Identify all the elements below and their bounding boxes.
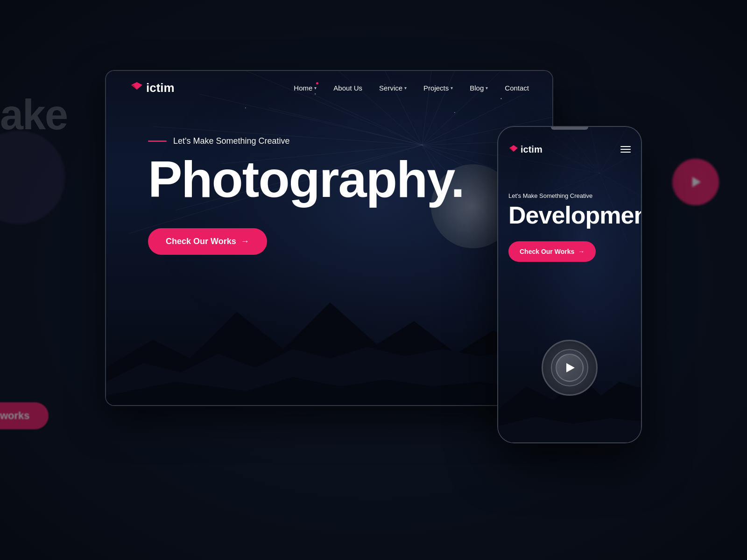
mobile-hero-title: Development. [508, 203, 631, 227]
nav-item-service[interactable]: Service ▾ [379, 84, 407, 92]
mobile-logo-icon [508, 144, 519, 154]
desktop-cta-arrow: → [241, 237, 249, 246]
home-chevron: ▾ [314, 85, 317, 91]
bg-play-icon [672, 159, 719, 205]
desktop-logo-text: ictim [146, 81, 175, 95]
mobile-logo-text: ictim [521, 144, 543, 155]
hamburger-line-3 [620, 152, 631, 153]
svg-point-23 [245, 107, 246, 108]
projects-chevron: ▾ [451, 85, 453, 91]
desktop-cta-button[interactable]: Check Our Works → [148, 228, 267, 255]
mobile-cta-button[interactable]: Check Our Works → [508, 241, 596, 262]
nav-item-blog[interactable]: Blog ▾ [470, 84, 488, 92]
nav-item-contact[interactable]: Contact [505, 84, 529, 92]
desktop-tagline-line [148, 140, 167, 142]
nav-item-home[interactable]: Home ▾ [294, 84, 317, 92]
desktop-mockup: ictim Home ▾ About Us Service ▾ Projects… [105, 70, 553, 406]
mobile-play-button-container [542, 340, 598, 396]
blog-chevron: ▾ [486, 85, 488, 91]
mobile-navbar: ictim [498, 136, 641, 162]
mobile-tagline-text: Let's Make Something Creative [508, 192, 631, 199]
desktop-cta-label: Check Our Works [166, 237, 236, 246]
desktop-hero-title: Photography. [148, 154, 464, 205]
play-outer-ring [542, 340, 598, 396]
mobile-logo[interactable]: ictim [508, 144, 543, 155]
desktop-logo[interactable]: ictim [129, 80, 175, 95]
mobile-hero-content: Let's Make Something Creative Developmen… [508, 192, 631, 262]
desktop-hero-content: Let's Make Something Creative Photograph… [148, 136, 464, 255]
play-inner-ring [551, 349, 588, 386]
desktop-tagline-text: Let's Make Something Creative [173, 136, 290, 146]
mobile-notch [551, 127, 588, 130]
main-container: ictim Home ▾ About Us Service ▾ Projects… [105, 70, 642, 490]
desktop-logo-icon [129, 80, 144, 95]
nav-item-about[interactable]: About Us [333, 84, 362, 92]
mobile-hamburger-button[interactable] [620, 146, 631, 153]
service-chevron: ▾ [404, 85, 407, 91]
mobile-cta-label: Check Our Works [520, 248, 574, 255]
hamburger-line-1 [620, 146, 631, 147]
desktop-navbar: ictim Home ▾ About Us Service ▾ Projects… [106, 71, 552, 105]
bg-button-works: works [0, 402, 49, 429]
desktop-tagline-wrapper: Let's Make Something Creative [148, 136, 464, 146]
hamburger-line-2 [620, 149, 631, 150]
play-button[interactable] [556, 354, 584, 382]
desktop-nav-menu: Home ▾ About Us Service ▾ Projects ▾ Blo… [294, 84, 529, 92]
nav-item-projects[interactable]: Projects ▾ [423, 84, 453, 92]
mountain-svg [106, 274, 552, 405]
svg-marker-0 [692, 177, 701, 187]
mobile-mockup: ictim Let's Make Something Creative Deve… [497, 126, 642, 443]
play-triangle-icon [566, 363, 575, 372]
mobile-cta-arrow: → [578, 248, 585, 255]
svg-point-26 [454, 112, 455, 113]
